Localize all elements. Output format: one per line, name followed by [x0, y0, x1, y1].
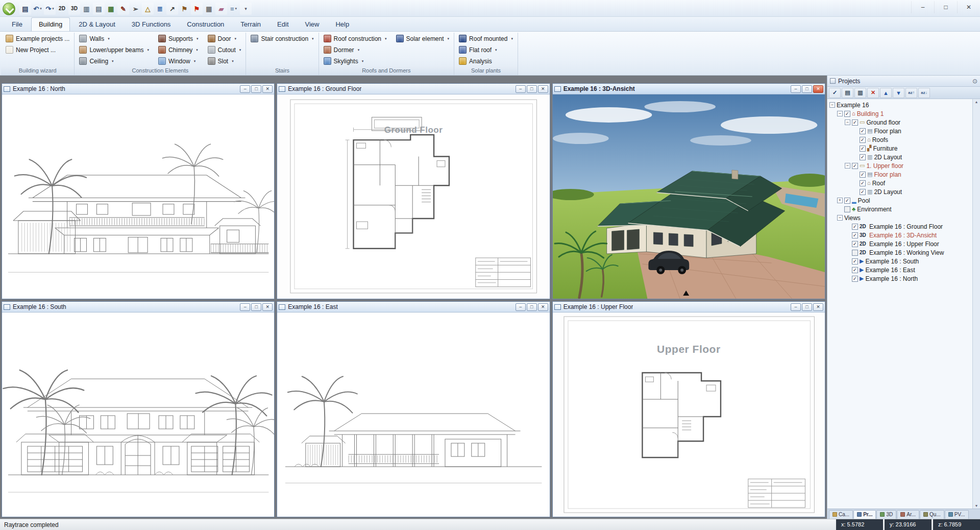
- minimize-button[interactable]: –: [791, 85, 801, 93]
- window-upper-floor-titlebar[interactable]: Example 16 : Upper Floor – □ ✕: [553, 302, 825, 312]
- sort-descending-button[interactable]: az↓: [918, 88, 930, 98]
- qat-ruler-button[interactable]: △: [142, 3, 154, 15]
- close-button[interactable]: ✕: [538, 303, 548, 311]
- tree-item-ground-floor[interactable]: −✓▭Ground floor: [827, 118, 972, 127]
- minimize-button[interactable]: –: [240, 85, 250, 93]
- qat-save-button[interactable]: ▤: [19, 3, 31, 15]
- 2d-layout-checkbox[interactable]: ✓: [860, 189, 866, 195]
- tree-item-example-16-south[interactable]: ✓▶Example 16 : South: [827, 257, 972, 266]
- app-close-button[interactable]: ✕: [957, 1, 980, 13]
- panel-scrollbar[interactable]: ▲ ▼: [972, 99, 980, 509]
- new-project-button[interactable]: New Project ...: [4, 44, 71, 55]
- ceiling-button[interactable]: Ceiling▾: [78, 56, 151, 66]
- example-16-north-checkbox[interactable]: ✓: [852, 276, 858, 282]
- example-16-ground-floor-checkbox[interactable]: ✓: [852, 224, 858, 230]
- restore-button[interactable]: □: [802, 303, 812, 311]
- tree-item-example-16-3d-ansicht[interactable]: ✓3DExample 16 : 3D-Ansicht: [827, 231, 972, 239]
- tree-item-furniture[interactable]: ✓▞Furniture: [827, 144, 972, 153]
- walls-button[interactable]: Walls▾: [78, 33, 151, 44]
- minimize-button[interactable]: –: [791, 303, 801, 311]
- qat-pen-button[interactable]: ✎: [117, 3, 129, 15]
- tab-2d-layout[interactable]: 2D & Layout: [71, 17, 123, 31]
- qat-layers-button[interactable]: ≡▾: [228, 3, 239, 15]
- cutout-button[interactable]: Cutout▾: [206, 44, 243, 55]
- roof-mounted-button[interactable]: Roof mounted▾: [457, 33, 514, 44]
- pin-icon[interactable]: ⊙: [972, 78, 977, 85]
- example-16-east-checkbox[interactable]: ✓: [852, 267, 858, 273]
- example-16-3d-ansicht-checkbox[interactable]: ✓: [852, 232, 858, 238]
- floor-plan-checkbox[interactable]: ✓: [860, 172, 866, 178]
- example-16-working-view-checkbox[interactable]: [852, 250, 858, 256]
- qat-levels-button[interactable]: ≣: [154, 3, 166, 15]
- scroll-down-icon[interactable]: ▼: [975, 504, 978, 508]
- qat-flag-red-button[interactable]: ⚑: [191, 3, 203, 15]
- tree-item-example-16[interactable]: −Example 16: [827, 101, 972, 109]
- viewport-ground-floor-plan[interactable]: Ground Floor: [277, 94, 549, 299]
- tab-construction[interactable]: Construction: [179, 17, 232, 31]
- window-east-titlebar[interactable]: Example 16 : East – □ ✕: [277, 302, 549, 312]
- chimney-button[interactable]: Chimney▾: [157, 44, 200, 55]
- example-16-upper-floor-checkbox[interactable]: ✓: [852, 241, 858, 247]
- tree-item-roof[interactable]: ✓⌂Roof: [827, 179, 972, 187]
- qat-flag-button[interactable]: ⚑: [179, 3, 190, 15]
- move-up-button[interactable]: ▲: [880, 88, 892, 98]
- panel-tab-pv[interactable]: PV...: [945, 510, 969, 519]
- print-button[interactable]: ▥: [854, 88, 866, 98]
- tab-edit[interactable]: Edit: [270, 17, 296, 31]
- panel-tab-catalog[interactable]: Ca...: [829, 510, 853, 519]
- app-minimize-button[interactable]: –: [911, 1, 934, 13]
- panel-tab-quantities[interactable]: Qu...: [920, 510, 944, 519]
- roof-construction-button[interactable]: Roof construction▾: [322, 33, 388, 44]
- qat-split-vertical-button[interactable]: ▥: [81, 3, 92, 15]
- viewport-east-elevation[interactable]: [277, 312, 549, 517]
- scroll-up-icon[interactable]: ▲: [975, 100, 978, 104]
- qat-view-3d-button[interactable]: 3D: [68, 3, 80, 15]
- qat-eraser-button[interactable]: ▰: [215, 3, 227, 15]
- tree-item-2d-layout[interactable]: ✓▥2D Layout: [827, 187, 972, 196]
- furniture-checkbox[interactable]: ✓: [860, 146, 866, 152]
- minimize-button[interactable]: –: [516, 85, 526, 93]
- window-button[interactable]: Window▾: [157, 56, 200, 66]
- tree-item-example-16-north[interactable]: ✓▶Example 16 : North: [827, 274, 972, 283]
- qat-measure-arrow-button[interactable]: ↗: [166, 3, 178, 15]
- tab-building[interactable]: Building: [31, 17, 70, 31]
- stair-construction-button[interactable]: Stair construction▾: [249, 33, 315, 44]
- tree-item-environment[interactable]: ♣Environment: [827, 205, 972, 213]
- 2d-layout-checkbox[interactable]: ✓: [860, 154, 866, 160]
- expander-minus-icon[interactable]: −: [845, 119, 850, 125]
- expander-plus-icon[interactable]: +: [837, 198, 843, 203]
- ground-floor-checkbox[interactable]: ✓: [852, 119, 858, 126]
- panel-tab-3d[interactable]: 3D: [876, 510, 896, 519]
- close-button[interactable]: ✕: [262, 303, 273, 311]
- apply-button[interactable]: ✓: [829, 88, 841, 98]
- window-north-titlebar[interactable]: Example 16 : North – □ ✕: [2, 84, 274, 94]
- tree-item-example-16-east[interactable]: ✓▶Example 16 : East: [827, 266, 972, 274]
- environment-checkbox[interactable]: [844, 206, 850, 212]
- save-button[interactable]: ▤: [842, 88, 853, 98]
- viewport-north-elevation[interactable]: [2, 94, 274, 299]
- tree-item-pool[interactable]: +✓▂Pool: [827, 196, 972, 205]
- expander-minus-icon[interactable]: −: [829, 102, 835, 108]
- tree-item-roofs[interactable]: ✓⌂Roofs: [827, 135, 972, 144]
- pool-checkbox[interactable]: ✓: [844, 198, 850, 204]
- example-projects-button[interactable]: Example projects ...: [4, 33, 71, 44]
- qat-overflow-button[interactable]: ▾: [240, 3, 252, 15]
- tree-item-2d-layout[interactable]: ✓▥2D Layout: [827, 153, 972, 161]
- tree-item-floor-plan[interactable]: ✓▤Floor plan: [827, 170, 972, 179]
- 1-upper-floor-checkbox[interactable]: ✓: [852, 163, 858, 169]
- minimize-button[interactable]: –: [516, 303, 526, 311]
- tab-view[interactable]: View: [298, 17, 327, 31]
- tree-item-views[interactable]: −Views: [827, 213, 972, 222]
- slot-button[interactable]: Slot▾: [206, 56, 243, 66]
- restore-button[interactable]: □: [802, 85, 812, 93]
- minimize-button[interactable]: –: [240, 303, 250, 311]
- viewport-3d-render[interactable]: [553, 94, 825, 299]
- qat-select-cursor-button[interactable]: ➢: [130, 3, 141, 15]
- qat-view-2d-button[interactable]: 2D: [56, 3, 68, 15]
- expander-minus-icon[interactable]: −: [845, 163, 850, 168]
- building-1-checkbox[interactable]: ✓: [844, 111, 850, 117]
- panel-tab-projects[interactable]: Pr...: [853, 510, 876, 519]
- flat-roof-button[interactable]: Flat roof▾: [457, 44, 514, 55]
- dormer-button[interactable]: Dormer▾: [322, 44, 388, 55]
- restore-button[interactable]: □: [251, 303, 261, 311]
